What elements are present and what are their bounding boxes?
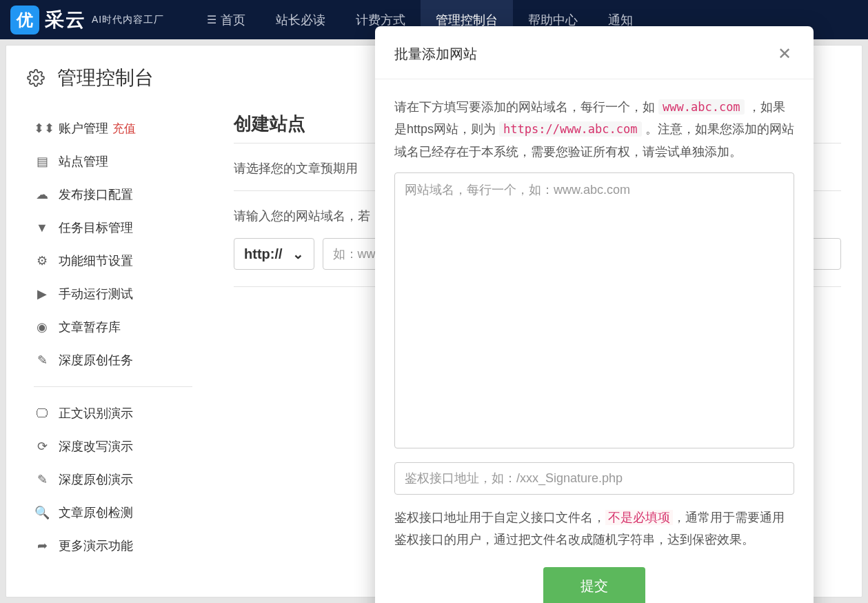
sidebar-item-label: 功能细节设置 bbox=[59, 253, 133, 269]
edit-icon: ✎ bbox=[34, 472, 50, 487]
protocol-value: http:// bbox=[244, 246, 283, 262]
sidebar-item-publish[interactable]: ☁发布接口配置 bbox=[34, 178, 220, 211]
recharge-label[interactable]: 充值 bbox=[112, 121, 136, 137]
modal-note: 鉴权接口地址用于自定义接口文件名，不是必填项，通常用于需要通用鉴权接口的用户，通… bbox=[394, 507, 794, 551]
modal-footer: 提交 bbox=[375, 567, 814, 603]
sidebar-item-label: 深度原创演示 bbox=[59, 471, 133, 488]
modal-instructions: 请在下方填写要添加的网站域名，每行一个，如 www.abc.com ，如果是ht… bbox=[394, 96, 794, 163]
chevron-down-icon: ⌄ bbox=[292, 246, 304, 262]
protocol-select[interactable]: http:// ⌄ bbox=[234, 238, 314, 270]
search-icon: 🔍 bbox=[34, 505, 50, 520]
sidebar-item-more[interactable]: ➦更多演示功能 bbox=[34, 529, 220, 562]
sidebar-item-sites[interactable]: ▤站点管理 bbox=[34, 145, 220, 178]
modal-header: 批量添加网站 ✕ bbox=[375, 26, 814, 79]
domains-textarea[interactable] bbox=[394, 172, 794, 448]
sidebar-item-original-demo[interactable]: ✎深度原创演示 bbox=[34, 463, 220, 496]
logo[interactable]: 优 采云 AI时代内容工厂 bbox=[10, 6, 164, 34]
play-icon: ▶ bbox=[34, 286, 50, 302]
sidebar-item-label: 文章原创检测 bbox=[59, 504, 133, 521]
sidebar-item-label: 站点管理 bbox=[59, 153, 108, 170]
not-required-flag: 不是必填项 bbox=[605, 510, 673, 525]
code-example: www.abc.com bbox=[658, 99, 745, 115]
logo-text: 采云 bbox=[45, 7, 86, 33]
submit-button[interactable]: 提交 bbox=[543, 567, 645, 603]
text: 鉴权接口地址用于自定义接口文件名， bbox=[394, 511, 605, 524]
page-title: 管理控制台 bbox=[57, 65, 154, 91]
divider bbox=[34, 386, 192, 387]
nav-label: 站长必读 bbox=[276, 12, 325, 28]
nav-webmaster[interactable]: 站长必读 bbox=[261, 0, 341, 39]
sidebar-item-label: 深度改写演示 bbox=[59, 438, 133, 455]
edit-icon: ✎ bbox=[34, 353, 50, 368]
monitor-icon: 🖵 bbox=[34, 406, 50, 421]
nav-label: 计费方式 bbox=[356, 12, 405, 28]
sidebar-item-settings[interactable]: ⚙功能细节设置 bbox=[34, 244, 220, 277]
logo-icon: 优 bbox=[10, 6, 39, 34]
sidebar-item-account[interactable]: ⬍⬍账户管理充值 bbox=[34, 112, 220, 145]
share-icon: ➦ bbox=[34, 538, 50, 553]
modal-body: 请在下方填写要添加的网站域名，每行一个，如 www.abc.com ，如果是ht… bbox=[375, 79, 814, 567]
database-icon: ◉ bbox=[34, 319, 50, 335]
sidebar-item-label: 深度原创任务 bbox=[59, 352, 133, 368]
list-icon: ☰ bbox=[207, 13, 216, 26]
sidebar: ⬍⬍账户管理充值 ▤站点管理 ☁发布接口配置 ▼任务目标管理 ⚙功能细节设置 ▶… bbox=[27, 112, 220, 562]
gear-icon bbox=[27, 69, 45, 87]
text: 请在下方填写要添加的网站域名，每行一个，如 bbox=[394, 100, 658, 114]
nav-label: 通知 bbox=[608, 12, 633, 28]
sidebar-item-content-demo[interactable]: 🖵正文识别演示 bbox=[34, 397, 220, 430]
cloud-upload-icon: ☁ bbox=[34, 187, 50, 202]
filter-icon: ▼ bbox=[34, 221, 50, 235]
nav-label: 帮助中心 bbox=[528, 12, 578, 28]
sidebar-item-run[interactable]: ▶手动运行测试 bbox=[34, 277, 220, 310]
sidebar-item-storage[interactable]: ◉文章暂存库 bbox=[34, 310, 220, 344]
modal-title: 批量添加网站 bbox=[394, 45, 477, 63]
nav-home[interactable]: ☰首页 bbox=[192, 0, 261, 39]
code-example: https://www.abc.com bbox=[499, 121, 641, 137]
close-icon[interactable]: ✕ bbox=[775, 41, 794, 66]
sidebar-item-rewrite-demo[interactable]: ⟳深度改写演示 bbox=[34, 430, 220, 463]
svg-point-0 bbox=[34, 76, 39, 81]
sidebar-item-label: 任务目标管理 bbox=[59, 219, 133, 236]
sidebar-item-label: 账户管理 bbox=[59, 120, 108, 137]
sidebar-item-label: 更多演示功能 bbox=[59, 537, 133, 554]
sidebar-item-label: 正文识别演示 bbox=[59, 405, 133, 422]
nav-label: 管理控制台 bbox=[436, 12, 498, 28]
nav-label: 首页 bbox=[221, 12, 245, 28]
list-icon: ▤ bbox=[34, 154, 50, 169]
logo-sub: AI时代内容工厂 bbox=[92, 14, 164, 26]
sidebar-item-label: 发布接口配置 bbox=[59, 186, 133, 203]
batch-add-modal: 批量添加网站 ✕ 请在下方填写要添加的网站域名，每行一个，如 www.abc.c… bbox=[375, 26, 814, 603]
sidebar-item-label: 手动运行测试 bbox=[59, 286, 133, 302]
chart-icon: ⬍⬍ bbox=[34, 121, 50, 136]
sidebar-item-original[interactable]: ✎深度原创任务 bbox=[34, 344, 220, 377]
sidebar-item-check[interactable]: 🔍文章原创检测 bbox=[34, 496, 220, 529]
sidebar-item-tasks[interactable]: ▼任务目标管理 bbox=[34, 211, 220, 244]
refresh-icon: ⟳ bbox=[34, 439, 50, 454]
sidebar-item-label: 文章暂存库 bbox=[59, 319, 121, 335]
sliders-icon: ⚙ bbox=[34, 253, 50, 268]
auth-url-input[interactable] bbox=[394, 462, 794, 495]
